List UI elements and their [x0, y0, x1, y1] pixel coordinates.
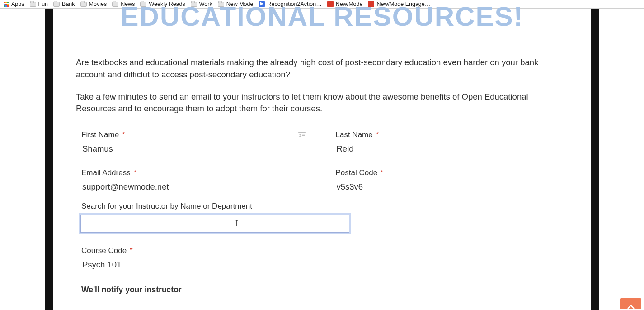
bookmark-label: Fun	[38, 1, 48, 7]
search-wrap: I	[81, 215, 350, 233]
course-field-wrap: Course Code *	[76, 246, 568, 272]
bookmark-label: Bank	[62, 1, 75, 7]
course-code-input[interactable]	[81, 258, 188, 272]
postal-field-wrap: Postal Code *	[336, 168, 563, 194]
last-name-input[interactable]	[336, 142, 563, 156]
notify-instructor-text: We'll notify your instructor	[76, 285, 568, 295]
required-marker: *	[376, 130, 379, 139]
chevron-up-icon	[627, 304, 635, 310]
label-text: Course Code	[81, 246, 127, 255]
required-marker: *	[381, 168, 384, 177]
first-name-input[interactable]	[81, 142, 309, 156]
page: EDUCATIONAL RESOURCES! Are textbooks and…	[0, 9, 644, 310]
svg-point-1	[299, 134, 301, 136]
folder-icon	[30, 1, 36, 7]
contact-card-icon	[298, 132, 306, 140]
postal-input[interactable]	[336, 180, 563, 194]
required-marker: *	[130, 246, 133, 255]
email-label: Email Address *	[81, 168, 309, 177]
label-text: Last Name	[336, 130, 373, 139]
svg-rect-3	[302, 135, 305, 136]
scroll-to-top-button[interactable]	[620, 298, 641, 309]
email-input[interactable]	[81, 180, 309, 194]
label-text: First Name	[81, 130, 119, 139]
intro-paragraph-2: Take a few minutes to send an email to y…	[76, 91, 568, 115]
instructor-search-input[interactable]	[80, 215, 349, 233]
intro-paragraph-1: Are textbooks and educational materials …	[76, 57, 568, 81]
bookmark-fun[interactable]: Fun	[30, 1, 48, 7]
required-marker: *	[122, 130, 125, 139]
form: First Name * Last Name * Email Address	[76, 130, 568, 194]
page-title: EDUCATIONAL RESOURCES!	[76, 3, 568, 30]
postal-label: Postal Code *	[336, 168, 563, 177]
last-name-label: Last Name *	[336, 130, 563, 139]
side-column-left	[45, 9, 53, 310]
required-marker: *	[133, 168, 136, 177]
folder-icon	[53, 1, 60, 7]
bookmark-apps[interactable]: Apps	[3, 1, 24, 7]
content-column: EDUCATIONAL RESOURCES! Are textbooks and…	[53, 9, 591, 310]
side-column-right	[591, 9, 599, 310]
email-field-wrap: Email Address *	[81, 168, 309, 194]
label-text: Email Address	[81, 168, 131, 177]
bookmark-label: Apps	[11, 1, 24, 7]
last-name-field-wrap: Last Name *	[336, 130, 563, 156]
course-label: Course Code *	[81, 246, 133, 255]
label-text: Postal Code	[336, 168, 378, 177]
bookmark-bank[interactable]: Bank	[53, 1, 75, 7]
apps-icon	[3, 1, 9, 7]
search-label: Search for your Instructor by Name or De…	[81, 202, 568, 211]
first-name-field-wrap: First Name *	[81, 130, 309, 156]
first-name-label: First Name *	[81, 130, 309, 139]
svg-rect-2	[302, 134, 305, 134]
